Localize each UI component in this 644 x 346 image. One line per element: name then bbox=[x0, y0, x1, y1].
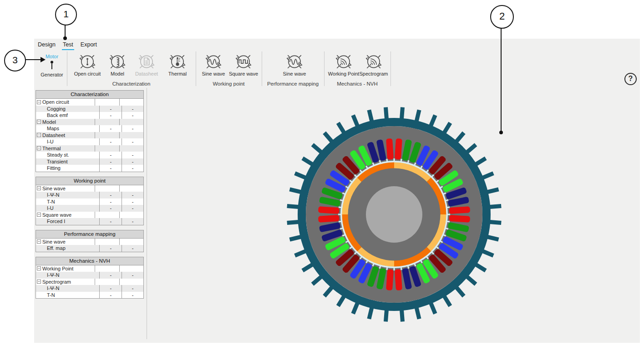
value-cell bbox=[119, 119, 143, 126]
row-label: T-N bbox=[47, 292, 55, 299]
table-header: Working point bbox=[36, 177, 143, 185]
table-row[interactable]: −Open circuit bbox=[36, 99, 143, 106]
value-cell: - bbox=[99, 292, 122, 299]
square-wave-button[interactable]: Square wave bbox=[223, 52, 264, 76]
value-cell bbox=[95, 99, 119, 106]
menu-tab-export[interactable]: Export bbox=[80, 41, 98, 50]
value-cell: - bbox=[99, 165, 122, 172]
value-cell: - bbox=[122, 192, 143, 198]
value-cell: - bbox=[122, 106, 143, 112]
callout-1-line bbox=[65, 24, 66, 37]
value-cell: - bbox=[122, 138, 143, 145]
button-label: Sine wave bbox=[274, 71, 314, 76]
collapse-icon[interactable]: − bbox=[37, 146, 41, 150]
table-row[interactable]: Transient-- bbox=[36, 158, 143, 165]
value-cell: - bbox=[99, 218, 122, 225]
value-cell: - bbox=[122, 165, 143, 172]
help-button[interactable]: ? bbox=[624, 73, 637, 85]
stator-tooth bbox=[394, 158, 395, 163]
table-row[interactable]: I-Ψ-N-- bbox=[36, 192, 143, 198]
sine-icon bbox=[204, 52, 223, 71]
ribbon-group-characterization: Open circuitModel Datasheet ThermalChara… bbox=[67, 50, 196, 86]
ribbon-group-label: Performance mapping bbox=[262, 81, 324, 86]
table-row[interactable]: −Thermal bbox=[36, 145, 143, 152]
results-table-mechanics-nvh: Mechanics - NVH−Working PointI-Ψ-N--−Spe… bbox=[35, 257, 144, 299]
table-row[interactable]: I-Ψ-N-- bbox=[36, 285, 143, 292]
table-row[interactable]: −Spectrogram bbox=[36, 279, 143, 285]
square-icon bbox=[234, 52, 253, 71]
table-row[interactable]: Cogging-- bbox=[36, 106, 143, 112]
callout-1-dot bbox=[63, 36, 67, 40]
table-row[interactable]: Eff. map-- bbox=[36, 245, 143, 252]
row-label: Back emf bbox=[47, 112, 68, 119]
ribbon-group-label: Characterization bbox=[67, 81, 196, 86]
table-row[interactable]: −Sine wave bbox=[36, 239, 143, 245]
value-cell: - bbox=[122, 205, 143, 212]
row-label: Sine wave bbox=[42, 185, 66, 192]
table-row[interactable]: Fitting-- bbox=[36, 165, 143, 172]
table-row[interactable]: I-U-- bbox=[36, 138, 143, 145]
generator-mode-label[interactable]: Generator bbox=[38, 72, 66, 77]
value-cell bbox=[119, 279, 143, 285]
value-cell: - bbox=[99, 198, 122, 205]
value-cell bbox=[95, 212, 119, 219]
callout-2-circle: 2 bbox=[490, 5, 514, 29]
sine-wave-button[interactable]: Sine wave bbox=[274, 52, 314, 76]
nvh-icon bbox=[364, 52, 383, 71]
motor-cross-section-view bbox=[285, 105, 503, 324]
collapse-icon[interactable]: − bbox=[37, 280, 41, 284]
toggle-switch-icon[interactable] bbox=[49, 60, 55, 71]
collapse-icon[interactable]: − bbox=[37, 213, 41, 217]
callout-3-circle: 3 bbox=[4, 50, 26, 71]
spectrogram-button[interactable]: Spectrogram bbox=[354, 52, 394, 76]
value-cell: - bbox=[99, 125, 122, 132]
value-cell: - bbox=[99, 138, 122, 145]
row-label: Spectrogram bbox=[42, 279, 71, 285]
table-row[interactable]: Steady st.-- bbox=[36, 152, 143, 158]
callout-2-dot bbox=[499, 131, 503, 134]
collapse-icon[interactable]: − bbox=[37, 133, 41, 137]
value-cell bbox=[95, 279, 119, 285]
table-row[interactable]: I-U-- bbox=[36, 205, 143, 212]
table-row[interactable]: −Square wave bbox=[36, 212, 143, 219]
sine-icon bbox=[285, 52, 304, 71]
table-row[interactable]: I-Ψ-N-- bbox=[36, 272, 143, 279]
collapse-icon[interactable]: − bbox=[37, 120, 41, 124]
table-row[interactable]: Forced I-- bbox=[36, 218, 143, 225]
table-row[interactable]: Maps-- bbox=[36, 125, 143, 132]
row-label: Transient bbox=[47, 158, 67, 165]
value-cell: - bbox=[99, 106, 122, 112]
collapse-icon[interactable]: − bbox=[37, 266, 41, 270]
menu-tab-design[interactable]: Design bbox=[37, 41, 56, 50]
table-row[interactable]: T-N-- bbox=[36, 292, 143, 299]
row-label: Eff. map bbox=[47, 245, 66, 252]
thermal-button[interactable]: Thermal bbox=[157, 52, 198, 76]
table-row[interactable]: −Working Point bbox=[36, 265, 143, 272]
open-circuit-icon bbox=[78, 52, 97, 71]
menu-tab-test[interactable]: Test bbox=[62, 41, 74, 50]
results-table-working-point: Working point−Sine waveI-Ψ-N--T-N--I-U--… bbox=[35, 177, 144, 225]
ribbon-toolbar: Motor Generator ? Open circuitModel Data… bbox=[34, 50, 640, 87]
row-label: Model bbox=[42, 119, 56, 126]
app-window: DesignTestExport Motor Generator ? Open … bbox=[34, 39, 640, 343]
table-row[interactable]: Back emf-- bbox=[36, 112, 143, 119]
collapse-icon[interactable]: − bbox=[37, 100, 41, 104]
panel-separator bbox=[147, 88, 147, 339]
motor-cross-section bbox=[285, 105, 503, 324]
table-row[interactable]: −Model bbox=[36, 119, 143, 126]
table-row[interactable]: −Sine wave bbox=[36, 185, 143, 192]
callout-2-line bbox=[501, 27, 502, 131]
value-cell: - bbox=[122, 218, 143, 225]
ribbon-group-label: Mechanics - NVH bbox=[324, 81, 390, 86]
row-label: Sine wave bbox=[42, 239, 66, 245]
value-cell: - bbox=[122, 272, 143, 279]
table-row[interactable]: T-N-- bbox=[36, 198, 143, 205]
ribbon-group-working-point: Sine waveSquare waveWorking point bbox=[196, 50, 262, 86]
collapse-icon[interactable]: − bbox=[37, 239, 41, 244]
value-cell bbox=[119, 265, 143, 272]
value-cell: - bbox=[99, 272, 122, 279]
button-label: Thermal bbox=[157, 71, 198, 76]
table-row[interactable]: −Datasheet bbox=[36, 132, 143, 139]
collapse-icon[interactable]: − bbox=[37, 186, 41, 190]
stator-tooth bbox=[338, 214, 342, 215]
